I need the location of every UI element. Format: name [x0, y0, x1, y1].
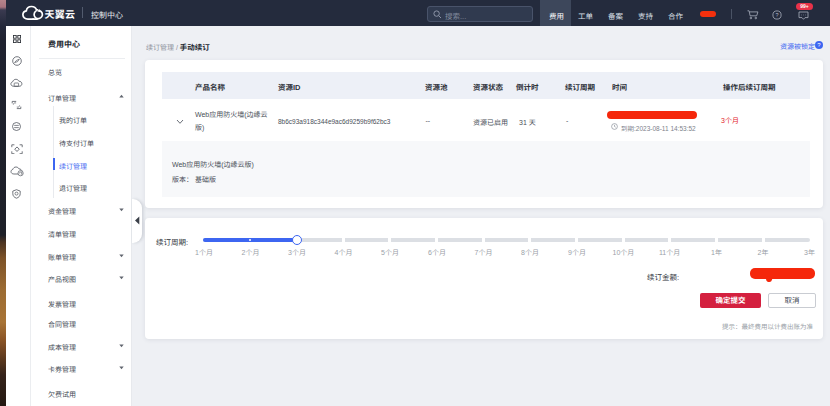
- svg-text:?: ?: [775, 12, 778, 18]
